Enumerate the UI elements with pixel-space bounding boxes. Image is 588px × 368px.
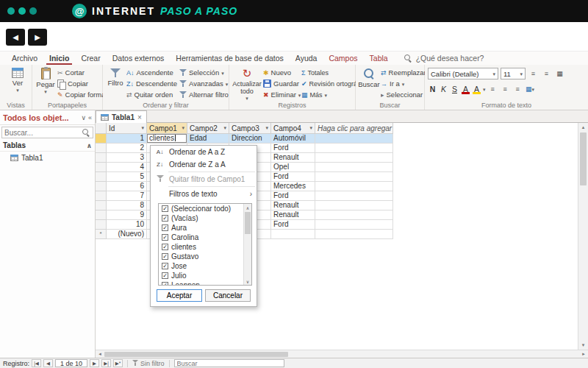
cancel-button[interactable]: Cancelar [205, 289, 251, 302]
column-dropdown-icon[interactable]: ▾ [223, 125, 226, 131]
paste-button[interactable]: Pegar ▾ [34, 65, 57, 102]
cell-add-column[interactable] [315, 153, 393, 163]
cell-id[interactable]: 6 [107, 182, 147, 191]
highlight-color-button[interactable]: A [472, 85, 481, 93]
cell-add-column[interactable] [315, 172, 393, 182]
cell-id-new[interactable]: (Nuevo) [107, 230, 147, 239]
accept-button[interactable]: Aceptar [157, 289, 202, 302]
record-selector[interactable] [96, 201, 107, 210]
first-record-button[interactable]: |◀ [32, 359, 41, 367]
filter-value-item[interactable]: ✓ Leannen [159, 280, 243, 286]
nav-group-tablas[interactable]: Tablas ∧ [0, 140, 95, 152]
cell-campo2[interactable]: Edad [187, 134, 229, 144]
back-button[interactable]: ◀ [6, 29, 25, 46]
tab-close-icon[interactable]: × [137, 113, 142, 121]
cell-add-column[interactable] [315, 210, 393, 220]
filter-value-item[interactable]: ✓ clientes [159, 242, 243, 252]
filter-value-item[interactable]: ✓ Carolina [159, 233, 243, 242]
column-header[interactable]: Id ▾ [107, 123, 147, 134]
clear-sort-button[interactable]: ⇄Quitar orden [126, 90, 179, 99]
cut-button[interactable]: ✂Cortar [57, 68, 103, 77]
select-all-corner[interactable] [96, 123, 107, 134]
cell-id[interactable]: 9 [107, 210, 147, 220]
sort-a-to-z-item[interactable]: A↓ Ordenar de A a Z [151, 146, 257, 158]
horizontal-scroll-thumb[interactable] [104, 352, 288, 357]
filter-value-item[interactable]: ✓ Aura [159, 223, 243, 233]
record-selector[interactable] [96, 163, 107, 172]
record-position-box[interactable]: 1 de 10 [55, 359, 87, 367]
column-header[interactable]: Campo4 ▾ [271, 123, 315, 134]
cell-add-column[interactable] [315, 163, 393, 172]
vertical-scroll-thumb[interactable] [580, 132, 587, 185]
checkbox[interactable]: ✓ [162, 272, 168, 279]
last-record-button[interactable]: ▶| [101, 359, 111, 367]
record-search-input[interactable] [177, 360, 282, 367]
cell-id[interactable]: 2 [107, 144, 147, 153]
clear-filter-item[interactable]: Quitar filtro de Campo1 [151, 173, 257, 185]
filter-value-item[interactable]: ✓ Gustavo [159, 252, 243, 261]
record-selector[interactable] [96, 134, 107, 144]
vertical-scrollbar[interactable]: ▴ ▾ [578, 123, 588, 350]
bullets-button[interactable]: ≡ [528, 68, 539, 79]
cell-id[interactable]: 5 [107, 172, 147, 182]
find-button[interactable]: Buscar [357, 65, 381, 102]
tab-tabla1[interactable]: Tabla1 × [96, 110, 147, 123]
window-dot-1[interactable] [7, 7, 15, 15]
ribbon-tab[interactable]: Campos [323, 52, 363, 65]
cell-campo4-new[interactable] [271, 230, 315, 239]
ribbon-tab[interactable]: Crear [75, 52, 106, 65]
cell-campo4[interactable]: Mercedes [271, 182, 315, 191]
cell-id[interactable]: 1 [107, 134, 147, 144]
cell-campo4[interactable]: Opel [271, 163, 315, 172]
nav-pane-menu-icon[interactable]: ∨ [81, 114, 86, 121]
cell-add-column[interactable] [315, 191, 393, 201]
column-dropdown-icon[interactable]: ▾ [309, 125, 312, 131]
record-search-box[interactable] [174, 359, 284, 367]
view-button[interactable]: Ver ▾ [1, 65, 34, 102]
underline-button[interactable]: S [450, 85, 459, 93]
cell-campo4[interactable]: Ford [271, 172, 315, 182]
filter-status[interactable]: Sin filtro [132, 360, 165, 367]
totals-button[interactable]: ΣTotales [301, 68, 356, 77]
filter-value-item[interactable]: ✓ (Vacías) [159, 213, 243, 223]
checkbox[interactable]: ✓ [162, 244, 168, 250]
filter-button[interactable]: Filtro [104, 65, 126, 102]
gridlines-button[interactable]: ▦▾ [525, 83, 536, 94]
window-dot-2[interactable] [18, 7, 26, 15]
nav-pane-search[interactable] [1, 127, 93, 138]
forward-button[interactable]: ▶ [28, 29, 47, 46]
nav-item-tabla1[interactable]: Tabla1 [0, 152, 95, 163]
advanced-filter-button[interactable]: Avanzadas▾ [179, 79, 229, 88]
new-record-button[interactable]: ✱Nuevo [263, 68, 301, 77]
replace-button[interactable]: ⇄Reemplazar [381, 68, 425, 77]
filter-value-item[interactable]: ✓ (Seleccionar todo) [159, 204, 243, 213]
ribbon-tab[interactable]: Datos externos [107, 52, 171, 65]
scroll-down-arrow[interactable]: ▾ [578, 341, 588, 350]
cell-id[interactable]: 3 [107, 153, 147, 163]
text-filters-item[interactable]: Filtros de texto › [151, 188, 257, 200]
ribbon-tab[interactable]: Herramientas de base de datos [170, 52, 290, 65]
new-record-selector[interactable]: * [96, 230, 107, 239]
cell-add-column[interactable] [315, 220, 393, 230]
ribbon-tab[interactable]: Archivo [6, 52, 43, 65]
scroll-up-arrow[interactable]: ▴ [578, 123, 588, 132]
cell-campo4[interactable]: Renault [271, 201, 315, 210]
numbering-button[interactable]: ≡ [541, 68, 552, 79]
tell-me-box[interactable]: ¿Qué desea hacer? [404, 54, 484, 63]
bold-button[interactable]: N [428, 85, 437, 93]
record-selector[interactable] [96, 153, 107, 163]
column-header[interactable]: Campo3 ▾ [229, 123, 271, 134]
record-selector[interactable] [96, 172, 107, 182]
next-record-button[interactable]: ▶ [90, 359, 99, 367]
checkbox[interactable]: ✓ [162, 282, 168, 286]
format-painter-button[interactable]: ✎Copiar formato [57, 90, 103, 99]
navigation-pane-header[interactable]: Todos los objet... ∨ « [0, 110, 95, 125]
text-direction-button[interactable]: ▦ [554, 68, 565, 79]
spelling-button[interactable]: ✔Revisión ortográfica [301, 79, 356, 88]
ribbon-tab[interactable]: Tabla [364, 52, 394, 65]
filter-value-item[interactable]: ✓ Julio [159, 271, 243, 280]
record-selector[interactable] [96, 220, 107, 230]
record-selector[interactable] [96, 210, 107, 220]
align-center-button[interactable]: ≡ [500, 83, 511, 94]
list-scroll-up-icon[interactable]: ∧ [244, 204, 251, 211]
